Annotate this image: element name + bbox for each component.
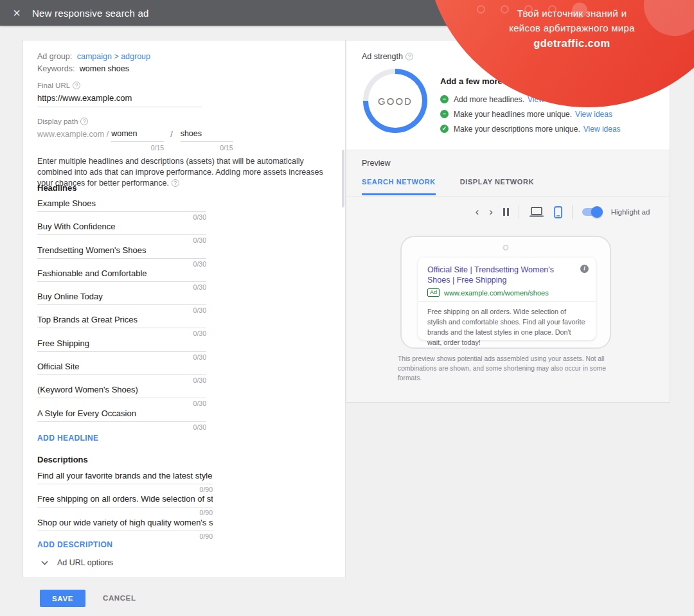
next-ad-icon[interactable]: › [489,206,494,218]
headline-input[interactable]: Buy Online Today [37,292,206,305]
ad-group-label: Ad group: [37,52,72,61]
headline-field: Official Site 0/30 [37,362,206,385]
suggestion-text: Add more headlines. [454,95,524,104]
ad-preview-card: Official Site | Trendsetting Women's Sho… [418,258,596,340]
ad-display-url: www.example.com/women/shoes [444,289,549,297]
assets-intro-text: Enter multiple headlines and description… [37,156,330,189]
descriptions-list: Find all your favorite brands and the la… [37,471,213,541]
headline-field: Trendsetting Women's Shoes 0/30 [37,245,206,268]
help-icon[interactable]: ? [172,179,179,187]
keywords-value: women shoes [80,64,129,73]
display-path-row: www.example.com / women 0/15 / shoes 0/1… [37,129,233,152]
headline-char-counter: 0/30 [37,260,206,268]
ad-strength-rating: GOOD [378,96,413,107]
description-char-counter: 0/90 [37,532,213,540]
preview-controls: ‹ › Highlight ad [475,204,650,220]
headline-input[interactable]: Free Shipping [37,339,206,352]
headline-char-counter: 0/30 [37,376,206,384]
headline-input[interactable]: Buy With Confidence [37,222,206,235]
ad-url-row: Ad www.example.com/women/shoes [418,287,596,301]
headlines-list: Example Shoes 0/30 Buy With Confidence 0… [37,198,206,432]
help-icon[interactable]: ? [73,82,80,89]
headline-input[interactable]: Top Brands at Great Prices [37,315,206,328]
ad-badge: Ad [427,288,440,297]
view-ideas-link[interactable]: View ideas [575,110,612,119]
promo-watermark: Твой источник знаний и кейсов арбитражно… [450,6,694,51]
desktop-preview-icon[interactable] [529,207,544,218]
divider [519,205,519,219]
ad-url-options-toggle[interactable]: Ad URL options [37,558,113,567]
final-url-input[interactable]: https://www.example.com [37,93,202,107]
view-ideas-link[interactable]: View ideas [583,125,621,134]
suggestion-text: Make your headlines more unique. [454,110,572,119]
headline-input[interactable]: Example Shoes [37,198,206,212]
description-char-counter: 0/90 [37,509,213,516]
suggestion-status-icon: ✓ [440,125,449,133]
save-button[interactable]: SAVE [40,590,85,607]
ad-group-link[interactable]: campaign > adgroup [77,52,150,61]
cancel-button[interactable]: CANCEL [103,594,136,602]
keywords-row: Keywords: women shoes [37,64,129,73]
display-path-label: Display path? [37,118,88,125]
mobile-preview-icon[interactable] [554,206,562,218]
headline-char-counter: 0/30 [37,353,206,361]
headline-field: Buy With Confidence 0/30 [37,222,206,245]
pause-icon[interactable] [503,208,509,216]
phone-mockup: Official Site | Trendsetting Women's Sho… [400,236,611,349]
suggestion-text: Make your descriptions more unique. [454,125,580,134]
path2-input[interactable]: shoes [181,129,233,142]
help-icon[interactable]: ? [80,118,88,125]
headline-input[interactable]: Trendsetting Women's Shoes [37,245,206,259]
description-char-counter: 0/90 [37,486,213,493]
preview-label: Preview [362,159,390,168]
headline-field: Top Brands at Great Prices 0/30 [37,315,206,338]
headline-char-counter: 0/30 [37,306,206,314]
add-headline-button[interactable]: ADD HEADLINE [37,434,98,443]
previous-ad-icon[interactable]: ‹ [475,206,479,218]
promo-line-1: Твой источник знаний и [450,6,694,21]
headline-input[interactable]: A Style for Every Occasion [37,409,206,422]
description-input[interactable]: Shop our wide variety of high quality wo… [37,518,213,531]
headline-char-counter: 0/30 [37,400,206,407]
ad-preview-headline[interactable]: Official Site | Trendsetting Women's Sho… [418,258,596,287]
tab-search-network[interactable]: SEARCH NETWORK [362,178,436,195]
headline-input[interactable]: Fashionable and Comfortable [37,268,206,282]
path-separator: / [170,130,172,139]
phone-camera-dot [503,245,509,251]
headline-field: Example Shoes 0/30 [37,198,206,222]
info-icon[interactable]: i [580,265,589,273]
close-icon[interactable]: × [9,0,24,26]
suggestion-item: − Make your headlines more unique. View … [440,107,621,121]
scrollbar[interactable] [342,150,344,207]
promo-site-url: gdetraffic.com [450,35,694,51]
description-field: Find all your favorite brands and the la… [37,471,213,494]
ad-strength-gauge: GOOD [363,69,427,133]
highlight-ad-toggle[interactable] [582,208,601,216]
headline-field: Free Shipping 0/30 [37,339,206,362]
headline-input[interactable]: Official Site [37,362,206,375]
suggestion-item: ✓ Make your descriptions more unique. Vi… [440,121,621,136]
add-description-button[interactable]: ADD DESCRIPTION [37,540,112,549]
description-input[interactable]: Free shipping on all orders. Wide select… [37,494,213,507]
headline-field: Buy Online Today 0/30 [37,292,206,315]
path1-input[interactable]: women [111,129,164,142]
headline-char-counter: 0/30 [37,283,206,291]
description-field: Shop our wide variety of high quality wo… [37,518,213,541]
help-icon[interactable]: ? [405,53,413,60]
tab-display-network[interactable]: DISPLAY NETWORK [460,178,534,195]
suggestion-status-icon: − [440,95,449,103]
headline-input[interactable]: (Keyword Women's Shoes) [37,385,206,398]
highlight-ad-label: Highlight ad [611,208,650,216]
preview-tabs: SEARCH NETWORK DISPLAY NETWORK [362,178,534,195]
headline-field: Fashionable and Comfortable 0/30 [37,268,206,292]
ad-preview-description: Free shipping on all orders. Wide select… [418,301,596,348]
headline-field: (Keyword Women's Shoes) 0/30 [37,385,206,408]
ad-form-panel: Ad group: campaign > adgroup Keywords: w… [22,40,346,578]
promo-line-2: кейсов арбитражного мира [450,21,694,35]
headlines-heading: Headlines [37,183,76,193]
headline-char-counter: 0/30 [37,423,206,431]
description-field: Free shipping on all orders. Wide select… [37,494,213,517]
chevron-down-icon [41,561,48,565]
display-path-base: www.example.com / [37,129,109,139]
description-input[interactable]: Find all your favorite brands and the la… [37,471,213,484]
